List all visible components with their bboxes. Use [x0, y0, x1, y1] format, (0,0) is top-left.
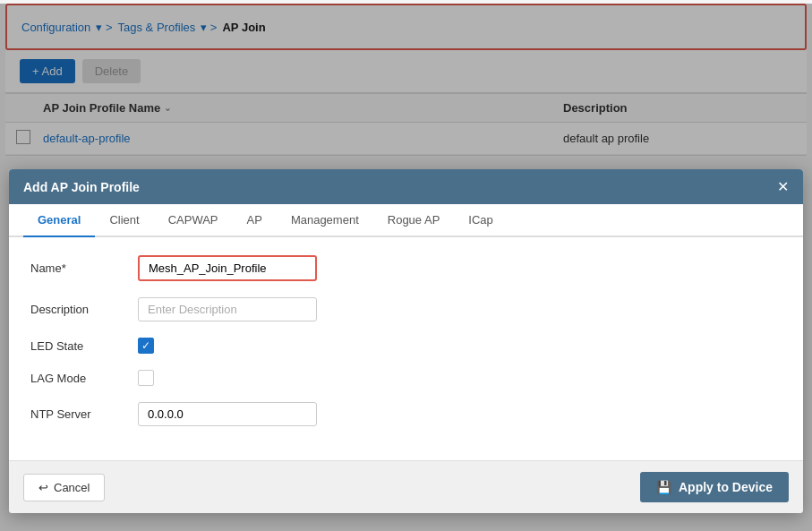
modal-body: Name* Description LED State LAG Mode NTP… [9, 237, 803, 460]
modal-tabs: General Client CAPWAP AP Management Rogu… [9, 204, 803, 237]
tab-client[interactable]: Client [95, 204, 153, 237]
apply-button[interactable]: 💾 Apply to Device [640, 472, 789, 502]
ntp-label: NTP Server [30, 407, 138, 421]
tab-ap[interactable]: AP [233, 204, 277, 237]
tab-general[interactable]: General [23, 204, 95, 237]
name-input[interactable] [138, 255, 317, 281]
lag-checkbox[interactable] [138, 370, 154, 386]
tab-rogue-ap[interactable]: Rogue AP [373, 204, 455, 237]
cancel-icon: ↩ [38, 481, 48, 494]
tab-icap[interactable]: ICap [454, 204, 507, 237]
form-row-lag: LAG Mode [30, 370, 782, 386]
cancel-button[interactable]: ↩ Cancel [23, 474, 105, 501]
form-row-led: LED State [30, 338, 782, 354]
apply-label: Apply to Device [679, 480, 773, 494]
form-row-name: Name* [30, 255, 782, 281]
modal-close-button[interactable]: ✕ [777, 178, 789, 195]
modal-footer: ↩ Cancel 💾 Apply to Device [9, 460, 803, 513]
lag-label: LAG Mode [30, 372, 138, 385]
modal: Add AP Join Profile ✕ General Client CAP… [9, 169, 803, 513]
cancel-label: Cancel [54, 481, 90, 494]
modal-header: Add AP Join Profile ✕ [9, 169, 803, 204]
modal-title: Add AP Join Profile [23, 180, 140, 194]
tab-capwap[interactable]: CAPWAP [154, 204, 233, 237]
ntp-input[interactable] [138, 402, 317, 426]
led-checkbox[interactable] [138, 338, 154, 354]
name-label: Name* [30, 261, 138, 275]
form-row-description: Description [30, 297, 782, 321]
save-icon: 💾 [656, 480, 671, 494]
tab-management[interactable]: Management [277, 204, 373, 237]
description-input[interactable] [138, 297, 317, 321]
page-wrapper: Configuration ▾ > Tags & Profiles ▾ > AP… [0, 4, 812, 531]
led-label: LED State [30, 339, 138, 353]
description-label: Description [30, 303, 138, 316]
form-row-ntp: NTP Server [30, 402, 782, 426]
